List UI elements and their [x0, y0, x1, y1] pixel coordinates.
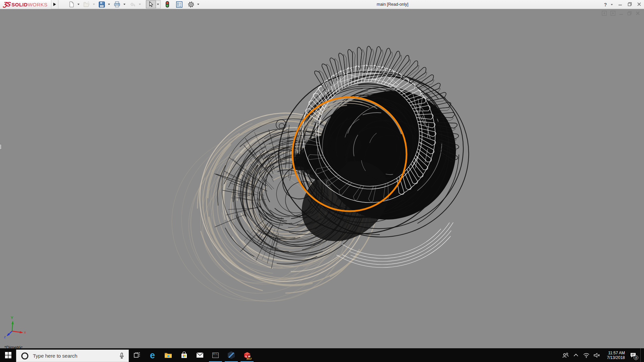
cortana-icon [21, 352, 29, 360]
notification-badge: 3 [634, 355, 638, 360]
taskbar-clock[interactable]: 11:57 AM 7/13/2018 [604, 351, 625, 360]
save-button[interactable] [97, 0, 106, 8]
rebuild-button[interactable] [164, 0, 171, 8]
people-icon [562, 352, 569, 358]
new-document-button[interactable] [67, 0, 76, 8]
command-prompt-icon: C:\_ [212, 353, 219, 358]
file-properties-button[interactable] [175, 0, 184, 8]
doc-restore-icon[interactable] [627, 11, 632, 16]
svg-text:x: x [24, 330, 26, 334]
taskbar-search[interactable] [16, 350, 129, 362]
start-button[interactable] [0, 348, 16, 362]
minimize-icon [618, 2, 622, 6]
graphics-area[interactable]: Yxz *Dimetric [0, 9, 644, 349]
divider [58, 0, 58, 9]
undo-button[interactable] [128, 0, 137, 8]
gear-icon [188, 1, 194, 8]
mail-icon [196, 352, 204, 358]
options-button[interactable] [186, 0, 196, 8]
pane-left-icon[interactable] [602, 11, 607, 16]
minimize-button[interactable] [616, 2, 624, 7]
hexagon-3d-app-icon [228, 351, 235, 359]
open-document-button[interactable] [82, 0, 91, 8]
print-icon [114, 1, 120, 7]
task-view-icon [133, 352, 140, 359]
print-button[interactable] [112, 0, 122, 8]
pane-right-icon[interactable] [610, 11, 615, 16]
chevron-up-icon [574, 354, 578, 357]
dropdown-arrow[interactable] [197, 4, 199, 5]
play-triangle-icon [53, 3, 56, 6]
command-prompt-button[interactable]: C:\_ [208, 348, 223, 362]
wifi-icon [583, 353, 590, 358]
new-document-icon [68, 1, 74, 7]
edge-button[interactable]: e [145, 348, 160, 362]
dropdown-arrow[interactable] [77, 4, 79, 5]
taskbar: e [0, 348, 644, 362]
clock-time: 11:57 AM [604, 351, 625, 355]
solidworks-2017-button[interactable]: S W 2017 [239, 348, 255, 362]
open-folder-icon [83, 1, 90, 7]
svg-text:z: z [4, 335, 6, 339]
speaker-muted-icon [593, 353, 600, 358]
file-explorer-button[interactable] [160, 348, 176, 362]
dassault-3ds-glyph: ƷS [3, 1, 10, 8]
people-button[interactable] [562, 352, 569, 358]
titlebar: ƷS SOLIDWORKS [0, 0, 644, 9]
menu-expander-button[interactable] [51, 0, 58, 9]
file-explorer-icon [164, 352, 172, 358]
search-input[interactable] [29, 353, 119, 359]
mail-button[interactable] [192, 348, 208, 362]
taskbar-apps: e [129, 348, 255, 362]
restore-icon [628, 2, 632, 6]
solidworks-year-label: 2017 [247, 358, 252, 360]
doc-close-icon[interactable] [636, 11, 640, 15]
traffic-light-icon [165, 1, 169, 8]
dropdown-arrow[interactable] [108, 4, 110, 5]
select-tool-dropdown[interactable] [156, 0, 161, 8]
solidworks-2017-icon: S W 2017 [243, 351, 251, 359]
save-icon [99, 1, 105, 8]
help-dropdown-arrow[interactable] [611, 4, 613, 5]
select-tool-button[interactable] [146, 0, 156, 8]
close-icon [637, 2, 641, 6]
network-button[interactable] [583, 353, 590, 358]
action-center-button[interactable]: 3 [629, 351, 637, 360]
doc-minimize-icon[interactable] [619, 11, 624, 15]
properties-list-icon [176, 1, 182, 8]
show-desktop-button[interactable] [640, 348, 643, 362]
restore-button[interactable] [626, 2, 633, 7]
clock-date: 7/13/2018 [604, 355, 625, 360]
store-icon [181, 352, 187, 359]
quick-access-toolbar [67, 0, 201, 8]
task-view-button[interactable] [129, 348, 145, 362]
window-title: main [Read-only] [377, 0, 409, 9]
panel-collapse-tab[interactable] [0, 144, 2, 149]
undo-icon [129, 1, 136, 7]
select-cursor-icon [148, 1, 154, 7]
document-window-controls [602, 11, 640, 16]
volume-button[interactable] [593, 353, 600, 358]
dropdown-arrow[interactable] [93, 4, 95, 5]
edge-icon: e [150, 352, 155, 359]
hexagon-3d-app-button[interactable] [223, 348, 239, 362]
dropdown-arrow[interactable] [123, 4, 125, 5]
store-button[interactable] [176, 348, 192, 362]
windows-logo-icon [5, 352, 11, 358]
tray-overflow-button[interactable] [572, 354, 580, 357]
dropdown-arrow[interactable] [139, 4, 141, 5]
window-controls: ? [603, 0, 643, 9]
system-tray: 11:57 AM 7/13/2018 3 [562, 348, 644, 362]
svg-text:Y: Y [11, 316, 13, 320]
close-button[interactable] [635, 2, 643, 7]
help-button[interactable]: ? [603, 2, 608, 7]
desktop: ƷS SOLIDWORKS [0, 0, 644, 362]
solidworks-logo: ƷS SOLIDWORKS [0, 0, 51, 9]
engine-wireframe-model[interactable]: Yxz [0, 9, 644, 349]
microphone-icon[interactable] [119, 353, 124, 359]
